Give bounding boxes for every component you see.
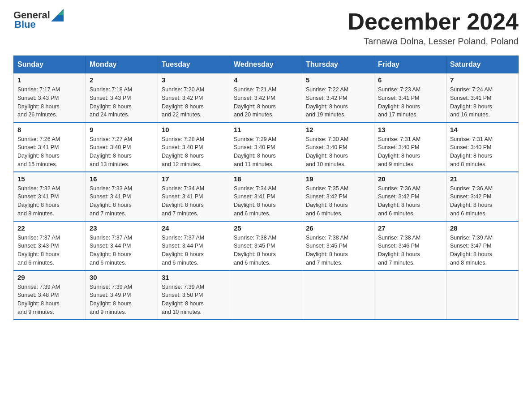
day-info: Sunrise: 7:38 AM Sunset: 3:45 PM Dayligh… xyxy=(234,235,276,266)
day-number: 18 xyxy=(234,175,298,183)
week-row-2: 8 Sunrise: 7:26 AM Sunset: 3:41 PM Dayli… xyxy=(14,123,519,172)
day-info: Sunrise: 7:39 AM Sunset: 3:47 PM Dayligh… xyxy=(450,235,493,266)
day-cell: 11 Sunrise: 7:29 AM Sunset: 3:40 PM Dayl… xyxy=(230,123,302,172)
day-cell: 12 Sunrise: 7:30 AM Sunset: 3:40 PM Dayl… xyxy=(302,123,374,172)
day-info: Sunrise: 7:33 AM Sunset: 3:41 PM Dayligh… xyxy=(90,185,132,217)
day-number: 1 xyxy=(17,76,82,84)
calendar-subtitle: Tarnawa Dolna, Lesser Poland, Poland xyxy=(348,36,519,47)
day-cell xyxy=(446,270,519,320)
day-info: Sunrise: 7:30 AM Sunset: 3:40 PM Dayligh… xyxy=(306,136,348,167)
day-number: 29 xyxy=(17,274,82,281)
header-wednesday: Wednesday xyxy=(230,56,302,73)
day-cell: 9 Sunrise: 7:27 AM Sunset: 3:40 PM Dayli… xyxy=(86,123,158,172)
day-number: 21 xyxy=(450,175,515,183)
day-cell: 18 Sunrise: 7:34 AM Sunset: 3:41 PM Dayl… xyxy=(230,172,302,221)
day-info: Sunrise: 7:37 AM Sunset: 3:43 PM Dayligh… xyxy=(17,235,60,266)
day-cell: 24 Sunrise: 7:37 AM Sunset: 3:44 PM Dayl… xyxy=(158,221,230,270)
day-cell: 27 Sunrise: 7:38 AM Sunset: 3:46 PM Dayl… xyxy=(374,221,446,270)
day-info: Sunrise: 7:39 AM Sunset: 3:48 PM Dayligh… xyxy=(17,284,60,315)
day-info: Sunrise: 7:20 AM Sunset: 3:42 PM Dayligh… xyxy=(162,86,204,118)
day-cell xyxy=(302,270,374,320)
day-cell: 16 Sunrise: 7:33 AM Sunset: 3:41 PM Dayl… xyxy=(86,172,158,221)
day-info: Sunrise: 7:36 AM Sunset: 3:42 PM Dayligh… xyxy=(450,185,493,217)
day-number: 22 xyxy=(17,224,82,232)
day-number: 4 xyxy=(234,76,298,84)
day-number: 6 xyxy=(378,76,442,84)
day-number: 19 xyxy=(306,175,370,183)
day-number: 5 xyxy=(306,76,370,84)
day-info: Sunrise: 7:18 AM Sunset: 3:43 PM Dayligh… xyxy=(90,86,132,118)
day-number: 23 xyxy=(90,224,154,232)
day-cell: 21 Sunrise: 7:36 AM Sunset: 3:42 PM Dayl… xyxy=(446,172,519,221)
header-sunday: Sunday xyxy=(14,56,86,73)
day-number: 12 xyxy=(306,126,370,133)
header-monday: Monday xyxy=(86,56,158,73)
header-thursday: Thursday xyxy=(302,56,374,73)
day-cell: 15 Sunrise: 7:32 AM Sunset: 3:41 PM Dayl… xyxy=(14,172,86,221)
day-number: 7 xyxy=(450,76,515,84)
day-info: Sunrise: 7:39 AM Sunset: 3:49 PM Dayligh… xyxy=(90,284,132,315)
day-number: 2 xyxy=(90,76,154,84)
day-cell xyxy=(374,270,446,320)
day-info: Sunrise: 7:38 AM Sunset: 3:45 PM Dayligh… xyxy=(306,235,348,266)
day-cell: 31 Sunrise: 7:39 AM Sunset: 3:50 PM Dayl… xyxy=(158,270,230,320)
title-block: December 2024 Tarnawa Dolna, Lesser Pola… xyxy=(348,9,519,47)
page-header: General Blue December 2024 Tarnawa Dolna… xyxy=(13,9,519,47)
day-info: Sunrise: 7:38 AM Sunset: 3:46 PM Dayligh… xyxy=(378,235,420,266)
day-cell: 7 Sunrise: 7:24 AM Sunset: 3:41 PM Dayli… xyxy=(446,73,519,123)
day-info: Sunrise: 7:29 AM Sunset: 3:40 PM Dayligh… xyxy=(234,136,276,167)
day-number: 15 xyxy=(17,175,82,183)
day-number: 10 xyxy=(162,126,226,133)
logo: General Blue xyxy=(13,9,64,30)
day-cell: 6 Sunrise: 7:23 AM Sunset: 3:41 PM Dayli… xyxy=(374,73,446,123)
day-cell: 30 Sunrise: 7:39 AM Sunset: 3:49 PM Dayl… xyxy=(86,270,158,320)
calendar-table: SundayMondayTuesdayWednesdayThursdayFrid… xyxy=(13,56,519,320)
day-number: 28 xyxy=(450,224,515,232)
day-number: 27 xyxy=(378,224,442,232)
day-cell: 19 Sunrise: 7:35 AM Sunset: 3:42 PM Dayl… xyxy=(302,172,374,221)
day-number: 20 xyxy=(378,175,442,183)
day-cell: 29 Sunrise: 7:39 AM Sunset: 3:48 PM Dayl… xyxy=(14,270,86,320)
day-info: Sunrise: 7:24 AM Sunset: 3:41 PM Dayligh… xyxy=(450,86,493,118)
svg-marker-1 xyxy=(57,9,64,15)
day-number: 26 xyxy=(306,224,370,232)
day-info: Sunrise: 7:17 AM Sunset: 3:43 PM Dayligh… xyxy=(17,86,60,118)
day-cell: 28 Sunrise: 7:39 AM Sunset: 3:47 PM Dayl… xyxy=(446,221,519,270)
week-row-1: 1 Sunrise: 7:17 AM Sunset: 3:43 PM Dayli… xyxy=(14,73,519,123)
day-info: Sunrise: 7:28 AM Sunset: 3:40 PM Dayligh… xyxy=(162,136,204,167)
day-number: 16 xyxy=(90,175,154,183)
header-saturday: Saturday xyxy=(446,56,519,73)
week-row-4: 22 Sunrise: 7:37 AM Sunset: 3:43 PM Dayl… xyxy=(14,221,519,270)
day-number: 13 xyxy=(378,126,442,133)
day-number: 3 xyxy=(162,76,226,84)
day-cell: 23 Sunrise: 7:37 AM Sunset: 3:44 PM Dayl… xyxy=(86,221,158,270)
day-info: Sunrise: 7:31 AM Sunset: 3:40 PM Dayligh… xyxy=(378,136,420,167)
day-cell: 13 Sunrise: 7:31 AM Sunset: 3:40 PM Dayl… xyxy=(374,123,446,172)
week-row-5: 29 Sunrise: 7:39 AM Sunset: 3:48 PM Dayl… xyxy=(14,270,519,320)
day-number: 25 xyxy=(234,224,298,232)
day-cell: 1 Sunrise: 7:17 AM Sunset: 3:43 PM Dayli… xyxy=(14,73,86,123)
day-cell: 10 Sunrise: 7:28 AM Sunset: 3:40 PM Dayl… xyxy=(158,123,230,172)
day-number: 17 xyxy=(162,175,226,183)
day-info: Sunrise: 7:37 AM Sunset: 3:44 PM Dayligh… xyxy=(162,235,204,266)
day-number: 8 xyxy=(17,126,82,133)
day-cell: 8 Sunrise: 7:26 AM Sunset: 3:41 PM Dayli… xyxy=(14,123,86,172)
day-info: Sunrise: 7:39 AM Sunset: 3:50 PM Dayligh… xyxy=(162,284,204,315)
day-cell: 4 Sunrise: 7:21 AM Sunset: 3:42 PM Dayli… xyxy=(230,73,302,123)
calendar-title: December 2024 xyxy=(348,9,519,34)
header-tuesday: Tuesday xyxy=(158,56,230,73)
day-info: Sunrise: 7:21 AM Sunset: 3:42 PM Dayligh… xyxy=(234,86,276,118)
day-info: Sunrise: 7:34 AM Sunset: 3:41 PM Dayligh… xyxy=(234,185,276,217)
day-info: Sunrise: 7:36 AM Sunset: 3:42 PM Dayligh… xyxy=(378,185,420,217)
day-cell: 2 Sunrise: 7:18 AM Sunset: 3:43 PM Dayli… xyxy=(86,73,158,123)
day-info: Sunrise: 7:26 AM Sunset: 3:41 PM Dayligh… xyxy=(17,136,60,167)
logo-icon xyxy=(51,9,64,21)
day-cell: 20 Sunrise: 7:36 AM Sunset: 3:42 PM Dayl… xyxy=(374,172,446,221)
day-number: 11 xyxy=(234,126,298,133)
day-info: Sunrise: 7:31 AM Sunset: 3:40 PM Dayligh… xyxy=(450,136,493,167)
week-row-3: 15 Sunrise: 7:32 AM Sunset: 3:41 PM Dayl… xyxy=(14,172,519,221)
day-cell: 14 Sunrise: 7:31 AM Sunset: 3:40 PM Dayl… xyxy=(446,123,519,172)
day-number: 31 xyxy=(162,274,226,281)
day-number: 9 xyxy=(90,126,154,133)
day-cell: 22 Sunrise: 7:37 AM Sunset: 3:43 PM Dayl… xyxy=(14,221,86,270)
